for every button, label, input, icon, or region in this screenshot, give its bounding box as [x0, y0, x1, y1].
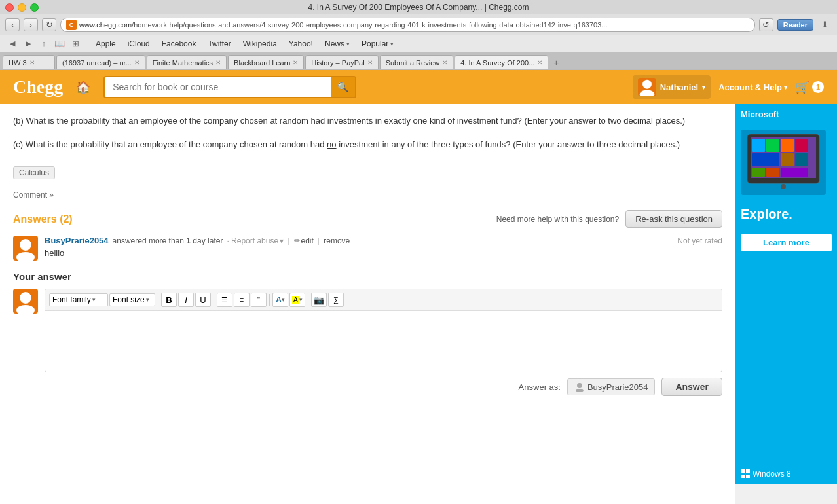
your-answer-title: Your answer — [13, 271, 722, 282]
user-menu[interactable]: Nathaniel ▾ — [633, 75, 711, 99]
svg-rect-13 — [795, 139, 808, 152]
formula-button[interactable]: ∑ — [328, 293, 344, 307]
unordered-list-button[interactable]: ☰ — [217, 293, 232, 307]
back-icon-small[interactable]: ◀ — [5, 37, 20, 50]
answer-meta: BusyPrarie2054 answered more than 1 day … — [45, 236, 722, 245]
tab-close-survey[interactable]: ✕ — [537, 59, 542, 66]
tab-blackboard[interactable]: Blackboard Learn✕ — [228, 55, 304, 69]
downloads-icon[interactable]: ⬇ — [817, 18, 832, 31]
share-icon[interactable]: ↑ — [37, 37, 51, 50]
search-input[interactable] — [105, 77, 331, 97]
reader-button[interactable]: Reader — [777, 19, 813, 31]
font-size-select[interactable]: Font size ▾ — [109, 293, 155, 306]
text-color-button[interactable]: A ▾ — [272, 293, 288, 307]
user-avatar — [638, 78, 656, 96]
bookmarks-icon[interactable]: 📖 — [52, 37, 67, 50]
ad-explore-text: Explore. — [741, 207, 832, 222]
bookmark-wikipedia[interactable]: Wikipedia — [238, 37, 282, 50]
separator: | — [288, 236, 289, 245]
reload-button[interactable]: ↻ — [42, 18, 56, 31]
back-button[interactable]: ‹ — [5, 18, 20, 31]
answer-content: BusyPrarie2054 answered more than 1 day … — [45, 236, 722, 261]
font-size-arrow: ▾ — [146, 297, 149, 303]
address-bar[interactable]: C www.chegg.com/homework-help/questions-… — [60, 18, 755, 32]
ad-container: Microsoft — [735, 104, 837, 484]
tab-close-review[interactable]: ✕ — [442, 59, 447, 66]
answer-textarea[interactable] — [45, 311, 722, 370]
italic-button[interactable]: I — [178, 293, 194, 307]
forward-icon-small[interactable]: ▶ — [21, 37, 35, 50]
ad-brand: Microsoft — [741, 109, 832, 119]
svg-rect-23 — [741, 475, 745, 478]
new-tab-button[interactable]: + — [549, 56, 563, 69]
blockquote-button[interactable]: " — [251, 293, 267, 307]
svg-rect-19 — [781, 168, 808, 177]
svg-point-20 — [781, 184, 786, 189]
edit-link[interactable]: ✏ edit — [294, 236, 314, 245]
remove-link[interactable]: remove — [324, 236, 350, 245]
cart-count: 1 — [812, 81, 824, 93]
user-icon — [574, 382, 585, 392]
bookmark-popular[interactable]: Popular ▾ — [356, 37, 399, 50]
svg-point-0 — [642, 80, 652, 89]
tab-close-hw3[interactable]: ✕ — [29, 59, 35, 66]
bookmark-news[interactable]: News ▾ — [320, 37, 355, 50]
highlight-color-button[interactable]: A ▾ — [289, 293, 305, 307]
forward-button[interactable]: › — [24, 18, 38, 31]
popular-arrow: ▾ — [390, 41, 394, 47]
bookmark-facebook[interactable]: Facebook — [157, 37, 202, 50]
address-text: www.chegg.com/homework-help/questions-an… — [79, 21, 607, 29]
tab-submit-review[interactable]: Submit a Review✕ — [380, 55, 454, 69]
bookmark-icloud[interactable]: iCloud — [122, 37, 155, 50]
calculus-tag[interactable]: Calculus — [13, 166, 55, 179]
reask-button[interactable]: Re-ask this question — [625, 210, 722, 228]
report-abuse-link[interactable]: · Report abuse ▾ — [227, 236, 284, 245]
cart-area[interactable]: 🛒 1 — [795, 80, 824, 94]
tab-close-paypal[interactable]: ✕ — [367, 59, 373, 66]
svg-rect-21 — [741, 469, 745, 473]
bookmark-twitter[interactable]: Twitter — [202, 37, 236, 50]
bookmark-apple[interactable]: Apple — [90, 37, 121, 50]
chegg-logo[interactable]: Chegg — [13, 77, 63, 98]
grid-icon[interactable]: ⊞ — [68, 37, 83, 50]
tab-close-blackboard[interactable]: ✕ — [293, 59, 298, 66]
tab-paypal[interactable]: History – PayPal✕ — [305, 55, 378, 69]
minimize-button[interactable] — [18, 3, 26, 12]
ordered-list-button[interactable]: ≡ — [234, 293, 250, 307]
title-bar: 4. In A Survey Of 200 Employees Of A Com… — [0, 0, 837, 14]
tab-finite-math[interactable]: Finite Mathematics✕ — [147, 55, 227, 69]
tab-hw3[interactable]: HW 3✕ — [3, 55, 55, 69]
answer-submit-button[interactable]: Answer — [661, 378, 722, 396]
account-help-button[interactable]: Account & Help ▾ — [718, 82, 787, 92]
not-yet-rated: Not yet rated — [677, 236, 722, 245]
search-button[interactable]: 🔍 — [331, 77, 355, 97]
tab-unread[interactable]: (16937 unread) – nr...✕ — [56, 55, 145, 69]
answers-header: Answers (2) Need more help with this que… — [13, 210, 722, 228]
bookmark-yahoo[interactable]: Yahoo! — [284, 37, 318, 50]
refresh-icon[interactable]: ↺ — [759, 18, 773, 31]
image-button[interactable]: 📷 — [311, 293, 327, 307]
account-help-label: Account & Help — [718, 82, 782, 92]
answerer-name[interactable]: BusyPrarie2054 — [45, 236, 109, 245]
font-family-select[interactable]: Font family ▾ — [49, 293, 108, 306]
ad-windows-logo: Windows 8 — [741, 469, 832, 478]
tab-survey-active[interactable]: 4. In A Survey Of 200...✕ — [455, 55, 548, 69]
answered-text: answered more than 1 day later — [113, 236, 223, 245]
sidebar: Microsoft — [735, 104, 837, 504]
answer-item: BusyPrarie2054 answered more than 1 day … — [13, 236, 722, 261]
learn-more-button[interactable]: Learn more — [741, 234, 832, 251]
tab-close-finite[interactable]: ✕ — [215, 59, 221, 66]
tabs-bar: HW 3✕ (16937 unread) – nr...✕ Finite Mat… — [0, 52, 837, 69]
comment-link[interactable]: Comment » — [13, 190, 54, 200]
chegg-header: Chegg 🏠 🔍 Nathaniel ▾ Account & Help ▾ 🛒… — [0, 70, 837, 104]
news-arrow: ▾ — [346, 41, 350, 47]
underline-button[interactable]: U — [195, 293, 211, 307]
maximize-button[interactable] — [30, 3, 39, 12]
tab-close-unread[interactable]: ✕ — [134, 59, 140, 66]
close-button[interactable] — [5, 3, 14, 12]
editor-toolbar: Font family ▾ Font size ▾ B I U ☰ — [45, 289, 722, 311]
bold-button[interactable]: B — [161, 293, 177, 307]
home-icon[interactable]: 🏠 — [76, 80, 90, 94]
answer-editor: Font family ▾ Font size ▾ B I U ☰ — [13, 289, 722, 396]
question-b: (b) What is the probability that an empl… — [13, 115, 722, 128]
